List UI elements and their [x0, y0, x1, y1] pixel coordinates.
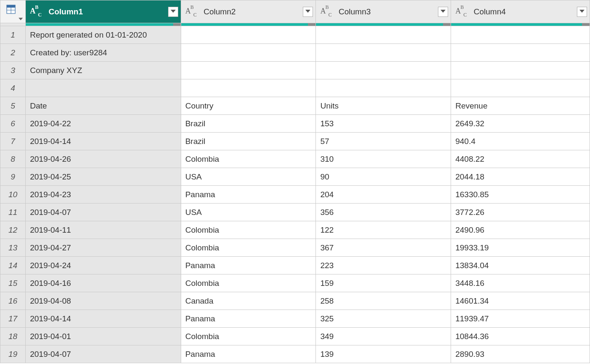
- cell[interactable]: 90: [316, 168, 451, 186]
- cell[interactable]: 2019-04-25: [25, 168, 181, 186]
- cell[interactable]: 2019-04-01: [25, 328, 181, 345]
- cell[interactable]: Units: [316, 97, 451, 115]
- row-number[interactable]: 17: [0, 310, 26, 328]
- column-filter-button[interactable]: [577, 7, 587, 17]
- cell[interactable]: 204: [316, 186, 451, 204]
- table-row[interactable]: 62019-04-22Brazil1532649.32: [0, 115, 590, 133]
- cell[interactable]: Revenue: [451, 97, 590, 115]
- cell[interactable]: USA: [181, 168, 316, 186]
- cell[interactable]: Canada: [181, 292, 316, 310]
- column-header-column1[interactable]: ABC Column1: [25, 0, 181, 23]
- table-row[interactable]: 172019-04-14Panama32511939.47: [0, 310, 590, 328]
- cell[interactable]: [181, 26, 316, 44]
- cell[interactable]: 2019-04-27: [25, 239, 181, 257]
- table-menu-dropdown-icon[interactable]: [19, 18, 23, 21]
- row-number[interactable]: 19: [0, 345, 26, 363]
- cell[interactable]: 19933.19: [451, 239, 590, 257]
- cell[interactable]: Panama: [181, 257, 316, 274]
- cell[interactable]: USA: [181, 204, 316, 221]
- cell[interactable]: 940.4: [451, 133, 590, 150]
- cell[interactable]: [181, 79, 316, 97]
- cell[interactable]: 2019-04-22: [25, 115, 181, 133]
- cell[interactable]: 2019-04-24: [25, 257, 181, 274]
- cell[interactable]: [181, 44, 316, 62]
- cell[interactable]: 2019-04-14: [25, 310, 181, 328]
- table-row[interactable]: 142019-04-24Panama22313834.04: [0, 257, 590, 274]
- row-number[interactable]: 15: [0, 274, 26, 292]
- cell[interactable]: 223: [316, 257, 451, 274]
- cell[interactable]: 2019-04-07: [25, 204, 181, 221]
- cell[interactable]: Panama: [181, 186, 316, 204]
- cell[interactable]: 159: [316, 274, 451, 292]
- cell[interactable]: 2019-04-26: [25, 150, 181, 168]
- cell[interactable]: 14601.34: [451, 292, 590, 310]
- cell[interactable]: 2019-04-16: [25, 274, 181, 292]
- row-number[interactable]: 18: [0, 328, 26, 345]
- table-row[interactable]: 82019-04-26Colombia3104408.22: [0, 150, 590, 168]
- row-number[interactable]: 13: [0, 239, 26, 257]
- cell[interactable]: 2019-04-11: [25, 221, 181, 239]
- row-number[interactable]: 14: [0, 257, 26, 274]
- table-row[interactable]: 112019-04-07USA3563772.26: [0, 204, 590, 221]
- column-header-column4[interactable]: ABC Column4: [451, 0, 590, 23]
- cell[interactable]: [181, 62, 316, 79]
- cell[interactable]: Panama: [181, 310, 316, 328]
- table-row[interactable]: 192019-04-07Panama1392890.93: [0, 345, 590, 363]
- cell[interactable]: Colombia: [181, 239, 316, 257]
- table-row[interactable]: 162019-04-08Canada25814601.34: [0, 292, 590, 310]
- cell[interactable]: Created by: user9284: [25, 44, 181, 62]
- table-row[interactable]: 92019-04-25USA902044.18: [0, 168, 590, 186]
- cell[interactable]: Colombia: [181, 274, 316, 292]
- table-row[interactable]: 72019-04-14Brazil57940.4: [0, 133, 590, 150]
- table-row[interactable]: 182019-04-01Colombia34910844.36: [0, 328, 590, 345]
- cell[interactable]: 367: [316, 239, 451, 257]
- cell[interactable]: 2649.32: [451, 115, 590, 133]
- row-number[interactable]: 6: [0, 115, 26, 133]
- cell[interactable]: 139: [316, 345, 451, 363]
- column-filter-button[interactable]: [303, 7, 313, 17]
- cell[interactable]: 13834.04: [451, 257, 590, 274]
- cell[interactable]: 2044.18: [451, 168, 590, 186]
- row-number[interactable]: 10: [0, 186, 26, 204]
- cell[interactable]: Date: [25, 97, 181, 115]
- table-row[interactable]: 5DateCountryUnitsRevenue: [0, 97, 590, 115]
- column-header-column2[interactable]: ABC Column2: [181, 0, 316, 23]
- cell[interactable]: Brazil: [181, 133, 316, 150]
- column-filter-button[interactable]: [438, 7, 448, 17]
- cell[interactable]: [316, 79, 451, 97]
- row-number[interactable]: 4: [0, 79, 26, 97]
- cell[interactable]: 356: [316, 204, 451, 221]
- cell[interactable]: [451, 44, 590, 62]
- cell[interactable]: 310: [316, 150, 451, 168]
- cell[interactable]: Company XYZ: [25, 62, 181, 79]
- cell[interactable]: [316, 62, 451, 79]
- cell[interactable]: [316, 44, 451, 62]
- cell[interactable]: 2490.96: [451, 221, 590, 239]
- cell[interactable]: 349: [316, 328, 451, 345]
- cell[interactable]: 2019-04-14: [25, 133, 181, 150]
- column-header-column3[interactable]: ABC Column3: [316, 0, 451, 23]
- table-row[interactable]: 122019-04-11Colombia1222490.96: [0, 221, 590, 239]
- cell[interactable]: 2890.93: [451, 345, 590, 363]
- cell[interactable]: 122: [316, 221, 451, 239]
- row-number[interactable]: 5: [0, 97, 26, 115]
- cell[interactable]: 3772.26: [451, 204, 590, 221]
- cell[interactable]: 10844.36: [451, 328, 590, 345]
- cell[interactable]: 2019-04-07: [25, 345, 181, 363]
- cell[interactable]: Country: [181, 97, 316, 115]
- cell[interactable]: [451, 26, 590, 44]
- table-row[interactable]: 152019-04-16Colombia1593448.16: [0, 274, 590, 292]
- cell[interactable]: [451, 79, 590, 97]
- cell[interactable]: 4408.22: [451, 150, 590, 168]
- table-row[interactable]: 132019-04-27Colombia36719933.19: [0, 239, 590, 257]
- cell[interactable]: 2019-04-23: [25, 186, 181, 204]
- cell[interactable]: 153: [316, 115, 451, 133]
- cell[interactable]: 258: [316, 292, 451, 310]
- table-row[interactable]: 2Created by: user9284: [0, 44, 590, 62]
- row-number[interactable]: 9: [0, 168, 26, 186]
- row-number[interactable]: 1: [0, 26, 26, 44]
- cell[interactable]: 3448.16: [451, 274, 590, 292]
- table-row[interactable]: 3Company XYZ: [0, 62, 590, 79]
- cell[interactable]: [25, 79, 181, 97]
- cell[interactable]: Panama: [181, 345, 316, 363]
